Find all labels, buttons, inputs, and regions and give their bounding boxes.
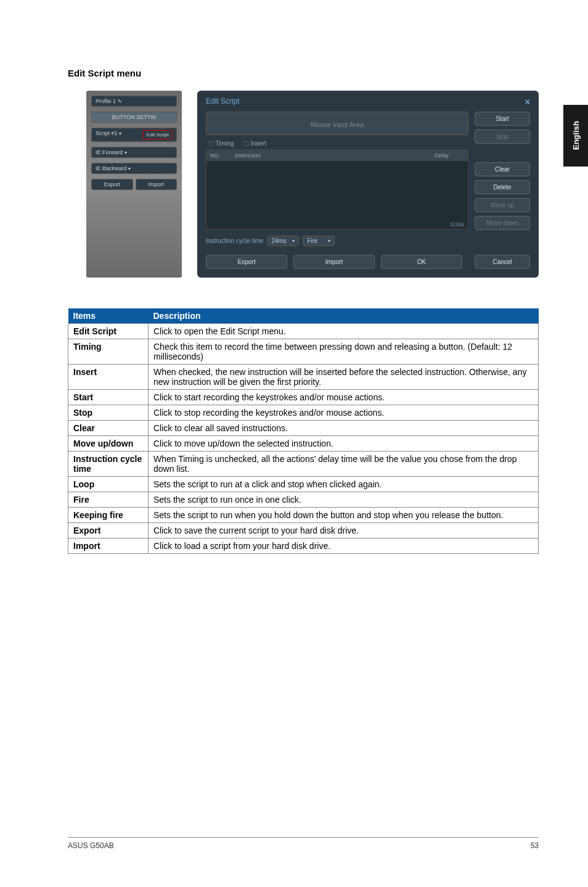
chevron-down-icon: ▾ <box>292 238 295 244</box>
table-header-items: Items <box>68 308 149 324</box>
table-row: ClearClick to clear all saved instructio… <box>68 421 539 436</box>
chevron-down-icon: ▾ <box>119 131 121 136</box>
table-item: Timing <box>68 339 149 365</box>
ok-button[interactable]: OK <box>381 255 462 269</box>
table-item: Move up/down <box>68 436 149 452</box>
page-footer: ASUS G50AB 53 <box>68 837 539 850</box>
timing-checkbox[interactable]: Timing <box>208 140 234 147</box>
table-desc: When checked, the new instruction will b… <box>149 365 539 390</box>
table-row: Edit ScriptClick to open the Edit Script… <box>68 324 539 339</box>
col-instruction: Instruction <box>231 151 431 160</box>
ie-forward-label: IE Forward <box>96 149 123 155</box>
table-item: Loop <box>68 477 149 492</box>
chevron-down-icon: ▾ <box>328 238 330 244</box>
edit-script-window: Edit Script × Mouse Input Area Timing In… <box>197 91 539 278</box>
table-row: LoopSets the script to run at a click an… <box>68 477 539 492</box>
move-up-button[interactable]: Move up <box>475 198 530 212</box>
profile-panel: Profile 1 ✎ BUTTON SETTIN Script #1 ▾ Ed… <box>86 91 182 278</box>
start-button[interactable]: Start <box>475 112 530 126</box>
table-desc: Click to stop recording the keystrokes a… <box>149 405 539 421</box>
table-item: Keeping fire <box>68 508 149 523</box>
cancel-button[interactable]: Cancel <box>475 255 530 269</box>
table-desc: When Timing is unchecked, all the action… <box>149 452 539 477</box>
fire-mode-value: Fire <box>307 237 317 244</box>
chevron-down-icon: ▾ <box>128 166 131 171</box>
table-item: Edit Script <box>68 324 149 339</box>
export-button[interactable]: Export <box>206 255 287 269</box>
table-item: Stop <box>68 405 149 421</box>
table-row: Instruction cycle timeWhen Timing is unc… <box>68 452 539 477</box>
table-item: Clear <box>68 421 149 436</box>
cycle-time-value: 24ms <box>271 237 286 244</box>
pencil-icon: ✎ <box>118 99 122 104</box>
close-icon[interactable]: × <box>525 97 530 107</box>
instruction-list[interactable]: NO. Instruction Delay 0/256 <box>206 149 468 229</box>
table-desc: Click to save the current script to your… <box>149 523 539 538</box>
table-desc: Sets the script to run when you hold dow… <box>149 508 539 523</box>
table-desc: Click to open the Edit Script menu. <box>149 324 539 339</box>
edit-script-button-highlight[interactable]: Edit Script <box>143 130 173 139</box>
table-item: Instruction cycle time <box>68 452 149 477</box>
table-desc: Click to load a script from your hard di… <box>149 538 539 554</box>
table-desc: Click to move up/down the selected instr… <box>149 436 539 452</box>
left-import-button[interactable]: Import <box>136 179 178 190</box>
mouse-input-area[interactable]: Mouse Input Area <box>206 112 468 135</box>
insert-checkbox[interactable]: Insert <box>243 140 266 147</box>
script-label: Script #1 <box>96 130 118 136</box>
section-heading: Edit Script menu <box>68 68 539 78</box>
table-item: Fire <box>68 492 149 508</box>
import-button[interactable]: Import <box>293 255 375 269</box>
table-row: StopClick to stop recording the keystrok… <box>68 405 539 421</box>
table-header-description: Description <box>149 308 539 324</box>
footer-model: ASUS G50AB <box>68 841 114 850</box>
table-item: Import <box>68 538 149 554</box>
table-row: ImportClick to load a script from your h… <box>68 538 539 554</box>
profile-selector[interactable]: Profile 1 ✎ <box>91 96 177 107</box>
script-selector[interactable]: Script #1 ▾ Edit Script <box>91 128 177 142</box>
button-settin-tab[interactable]: BUTTON SETTIN <box>91 112 177 123</box>
table-row: Move up/downClick to move up/down the se… <box>68 436 539 452</box>
table-row: Keeping fireSets the script to run when … <box>68 508 539 523</box>
col-delay: Delay <box>431 151 468 160</box>
table-desc: Check this item to record the time betwe… <box>149 339 539 365</box>
language-tab: English <box>563 105 588 167</box>
ie-backward-selector[interactable]: IE Backward ▾ <box>91 163 177 174</box>
table-desc: Click to start recording the keystrokes … <box>149 390 539 405</box>
window-title: Edit Script <box>206 97 240 107</box>
chevron-down-icon: ▾ <box>125 150 127 155</box>
table-item: Start <box>68 390 149 405</box>
table-row: TimingCheck this item to record the time… <box>68 339 539 365</box>
table-row: StartClick to start recording the keystr… <box>68 390 539 405</box>
fire-mode-select[interactable]: Fire ▾ <box>303 236 335 246</box>
profile-label: Profile 1 <box>96 98 116 104</box>
cycle-time-select[interactable]: 24ms ▾ <box>267 236 299 246</box>
footer-page-number: 53 <box>531 841 539 850</box>
clear-button[interactable]: Clear <box>475 162 530 176</box>
table-desc: Sets the script to run once in one click… <box>149 492 539 508</box>
description-table: Items Description Edit ScriptClick to op… <box>68 308 539 554</box>
table-desc: Click to clear all saved instructions. <box>149 421 539 436</box>
delete-button[interactable]: Delete <box>475 180 530 194</box>
figure-row: Profile 1 ✎ BUTTON SETTIN Script #1 ▾ Ed… <box>86 91 539 278</box>
table-row: ExportClick to save the current script t… <box>68 523 539 538</box>
table-row: InsertWhen checked, the new instruction … <box>68 365 539 390</box>
cycle-time-label: Instruction cycle time <box>206 237 263 244</box>
table-row: FireSets the script to run once in one c… <box>68 492 539 508</box>
col-no: NO. <box>206 151 231 160</box>
ie-forward-selector[interactable]: IE Forward ▾ <box>91 147 177 158</box>
table-item: Export <box>68 523 149 538</box>
move-down-button[interactable]: Move down <box>475 216 530 230</box>
ie-backward-label: IE Backward <box>96 165 127 171</box>
table-desc: Sets the script to run at a click and st… <box>149 477 539 492</box>
table-item: Insert <box>68 365 149 390</box>
left-export-button[interactable]: Export <box>91 179 133 190</box>
stop-button[interactable]: Stop <box>475 130 530 144</box>
instruction-counter: 0/256 <box>450 221 464 228</box>
